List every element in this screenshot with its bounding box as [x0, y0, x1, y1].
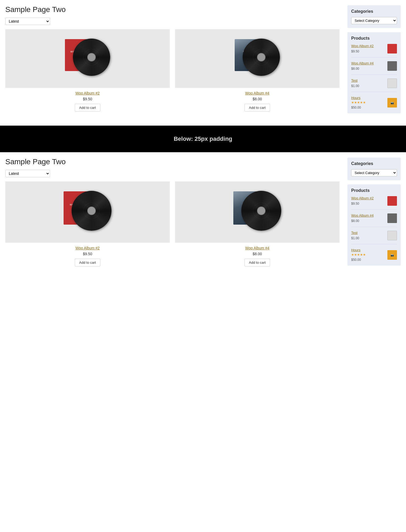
categories-title-1: Categories	[351, 9, 397, 14]
sidebar-thumb-album4-2	[387, 213, 397, 223]
sidebar-product-test-1: Test $1.00	[351, 79, 397, 92]
products-title-1: Products	[351, 36, 397, 41]
section-1: Sample Page Two Latest Price: Low to Hig…	[0, 0, 406, 126]
sidebar-product-price-hours-1: $50.00	[351, 106, 361, 109]
vinyl-disc-album4-1	[243, 39, 280, 76]
sidebar-product-price-album2-s2: $9.50	[351, 202, 359, 205]
add-to-cart-album4-1[interactable]: Add to cart	[245, 104, 270, 112]
product-price-album4-2: $8.00	[175, 252, 339, 256]
page-title-2: Sample Page Two	[5, 158, 339, 166]
vinyl-scene-album2-2: WOOTHEMES ☠	[64, 188, 111, 236]
category-select-1[interactable]: Select Category	[351, 17, 397, 24]
product-name-album2-1[interactable]: Woo Album #2	[5, 91, 170, 95]
sidebar-thumb-album2-2	[387, 196, 397, 206]
sidebar-product-name-album2-1[interactable]: Woo Album #2	[351, 44, 385, 48]
section-2: Sample Page Two Latest Price: Low to Hig…	[0, 152, 406, 278]
sidebar-product-price-album2-1: $9.50	[351, 50, 359, 53]
sidebar-product-price-test-1: $1.00	[351, 84, 359, 88]
sidebar-product-price-album4-1: $8.00	[351, 67, 359, 71]
sidebar-product-name-test-1[interactable]: Test	[351, 79, 385, 83]
add-to-cart-album4-2[interactable]: Add to cart	[245, 259, 270, 266]
sidebar-thumb-hours-2: 📷	[387, 250, 397, 260]
category-select-wrapper-1: Select Category	[351, 17, 397, 24]
sidebar-product-hours-1: Hours ★★★★★ $50.00 📷	[351, 96, 397, 110]
product-price-album2-2: $9.50	[5, 252, 170, 256]
category-select-wrapper-2: Select Category	[351, 169, 397, 176]
categories-widget-2: Categories Select Category	[347, 158, 401, 180]
product-image-album2-2: WOOTHEMES ☠	[5, 182, 170, 243]
add-to-cart-album2-1[interactable]: Add to cart	[75, 104, 101, 112]
sidebar-product-hours-2: Hours ★★★★★ $50.00 📷	[351, 248, 397, 262]
sidebar-2: Categories Select Category Products Woo …	[347, 158, 401, 270]
products-grid-1: WOOTHEMES ☠ Woo Album #2 $9.50 Add to ca…	[5, 29, 339, 112]
categories-title-2: Categories	[351, 161, 397, 166]
sidebar-product-test-2: Test $1.00	[351, 231, 397, 244]
vinyl-disc-album4-2	[241, 191, 281, 231]
vinyl-scene-album4-2: WOOTHEMESWOOTWOOTHEMESWOOT	[233, 188, 281, 236]
sidebar-thumb-album2-1	[387, 44, 397, 53]
stars-hours-2: ★★★★★	[351, 253, 385, 257]
vinyl-scene-album2-1: WOOTHEMES ☠	[65, 36, 110, 81]
page-title-1: Sample Page Two	[5, 5, 339, 14]
sidebar-product-name-album4-1[interactable]: Woo Album #4	[351, 61, 385, 65]
product-image-album2-1: WOOTHEMES ☠	[5, 29, 170, 88]
sidebar-product-album2-2: Woo Album #2 $9.50	[351, 196, 397, 210]
products-widget-1: Products Woo Album #2 $9.50 Woo Album #4…	[347, 32, 401, 113]
products-widget-2: Products Woo Album #2 $9.50 Woo Album #4…	[347, 184, 401, 266]
product-card-album2-1: WOOTHEMES ☠ Woo Album #2 $9.50 Add to ca…	[5, 29, 170, 112]
main-content-1: Sample Page Two Latest Price: Low to Hig…	[5, 5, 339, 118]
divider: Below: 25px padding	[0, 126, 406, 152]
sort-wrapper-2: Latest Price: Low to High Price: High to…	[5, 170, 339, 177]
product-price-album4-1: $8.00	[175, 97, 339, 101]
product-price-album2-1: $9.50	[5, 97, 170, 101]
sort-select-2[interactable]: Latest Price: Low to High Price: High to…	[5, 170, 50, 177]
vinyl-scene-album4-1: WOOTHEMESWOOTWOOTHEMESWOOT	[235, 36, 280, 81]
sidebar-product-album4-1: Woo Album #4 $8.00	[351, 61, 397, 75]
products-grid-2: WOOTHEMES ☠ Woo Album #2 $9.50 Add to ca…	[5, 182, 339, 266]
sidebar-thumb-test-2	[387, 231, 397, 240]
product-card-album4-1: WOOTHEMESWOOTWOOTHEMESWOOT Woo Album #4 …	[175, 29, 339, 112]
add-to-cart-album2-2[interactable]: Add to cart	[75, 259, 101, 266]
sidebar-thumb-album4-1	[387, 61, 397, 71]
sidebar-product-name-album4-s2[interactable]: Woo Album #4	[351, 213, 385, 217]
product-name-album4-1[interactable]: Woo Album #4	[175, 91, 339, 95]
product-image-album4-1: WOOTHEMESWOOTWOOTHEMESWOOT	[175, 29, 339, 88]
vinyl-disc-album2-2	[72, 191, 111, 231]
sidebar-product-album2-1: Woo Album #2 $9.50	[351, 44, 397, 57]
main-content-2: Sample Page Two Latest Price: Low to Hig…	[5, 158, 339, 270]
product-card-album2-2: WOOTHEMES ☠ Woo Album #2 $9.50 Add to ca…	[5, 182, 170, 266]
sort-select-1[interactable]: Latest Price: Low to High Price: High to…	[5, 18, 50, 25]
product-image-album4-2: WOOTHEMESWOOTWOOTHEMESWOOT	[175, 182, 339, 243]
sidebar-product-price-test-s2: $1.00	[351, 236, 359, 240]
stars-hours-1: ★★★★★	[351, 101, 385, 104]
sidebar-product-name-album2-s2[interactable]: Woo Album #2	[351, 196, 385, 200]
divider-text: Below: 25px padding	[174, 135, 232, 142]
vinyl-disc-album2-1	[73, 39, 110, 76]
sidebar-product-price-album4-s2: $8.00	[351, 219, 359, 223]
sidebar-thumb-hours-1: 📷	[387, 98, 397, 108]
product-name-album2-2[interactable]: Woo Album #2	[5, 246, 170, 250]
sidebar-product-album4-2: Woo Album #4 $8.00	[351, 213, 397, 227]
products-title-2: Products	[351, 188, 397, 193]
categories-widget-1: Categories Select Category	[347, 5, 401, 28]
sidebar-product-name-test-s2[interactable]: Test	[351, 231, 385, 235]
category-select-2[interactable]: Select Category	[351, 169, 397, 176]
product-card-album4-2: WOOTHEMESWOOTWOOTHEMESWOOT Woo Album #4 …	[175, 182, 339, 266]
sidebar-thumb-test-1	[387, 79, 397, 88]
sidebar-product-name-hours-s2[interactable]: Hours	[351, 248, 385, 252]
sidebar-product-name-hours-1[interactable]: Hours	[351, 96, 385, 100]
sort-wrapper-1: Latest Price: Low to High Price: High to…	[5, 18, 339, 25]
product-name-album4-2[interactable]: Woo Album #4	[175, 246, 339, 250]
sidebar-product-price-hours-s2: $50.00	[351, 258, 361, 262]
sidebar-1: Categories Select Category Products Woo …	[347, 5, 401, 118]
